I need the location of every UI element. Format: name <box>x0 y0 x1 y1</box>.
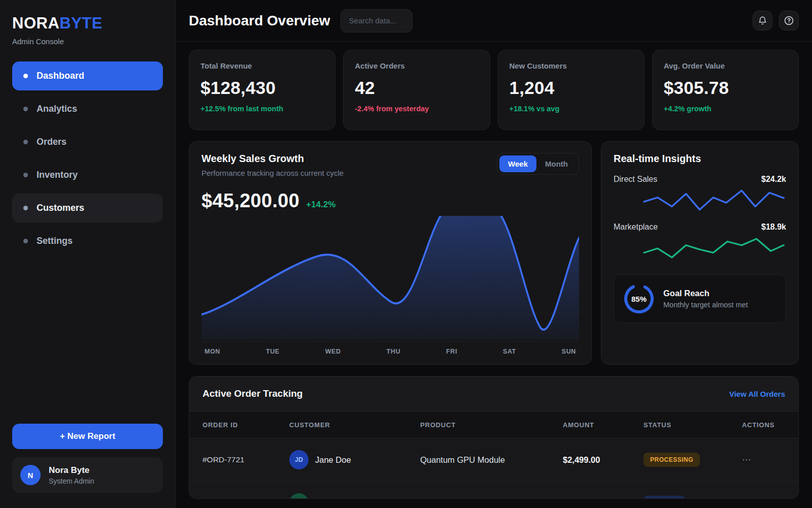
order-amount: $2,499.00 <box>563 455 644 465</box>
chart-delta: +14.2% <box>306 200 335 210</box>
stat-value: 42 <box>355 78 478 98</box>
status-cell: SHIPPED <box>644 496 742 499</box>
user-profile-card[interactable]: N Nora Byte System Admin <box>12 457 163 493</box>
chart-title: Weekly Sales Growth <box>201 153 344 165</box>
avatar: N <box>20 465 41 485</box>
sidebar-item-analytics[interactable]: Analytics <box>12 94 163 123</box>
brand-logo: NORABYTE <box>12 14 163 33</box>
avatar: JD <box>289 450 309 469</box>
sparkline-direct-sales <box>644 189 786 212</box>
sidebar-item-settings[interactable]: Settings <box>12 227 163 256</box>
bell-icon <box>758 16 767 25</box>
sidebar-item-customers[interactable]: Customers <box>12 194 163 223</box>
nav-dot-icon <box>23 206 28 210</box>
col-actions: ACTIONS <box>742 421 785 429</box>
stat-label: Active Orders <box>355 61 478 70</box>
stats-row: Total Revenue $128,430 +12.5% from last … <box>189 50 799 130</box>
help-button[interactable] <box>779 11 799 30</box>
avatar: MS <box>289 493 309 499</box>
user-name: Nora Byte <box>49 465 94 475</box>
nav-dot-icon <box>23 173 28 177</box>
brand-name-primary: NORA <box>12 14 59 32</box>
sidebar-item-dashboard[interactable]: Dashboard <box>12 61 163 90</box>
main-area: Dashboard Overview <box>176 0 812 508</box>
new-report-button[interactable]: + New Report <box>12 424 163 449</box>
nav-dot-icon <box>23 239 28 243</box>
goal-subtitle: Monthly target almost met <box>663 301 748 309</box>
customer-cell: MS Michael Smith <box>289 493 420 499</box>
order-id: #ORD-7722 <box>202 498 289 499</box>
status-cell: PROCESSING <box>644 453 742 467</box>
col-order-id: ORDER ID <box>202 421 289 429</box>
view-all-orders-link[interactable]: View All Orders <box>729 390 785 398</box>
stat-delta: -2.4% from yesterday <box>355 105 478 113</box>
realtime-insights-card: Real-time Insights Direct Sales $24.2k <box>601 141 799 365</box>
x-tick: THU <box>387 348 401 355</box>
stat-value: 1,204 <box>510 78 633 98</box>
table-title: Active Order Tracking <box>202 388 302 399</box>
progress-percent: 85% <box>623 282 655 315</box>
sidebar-item-label: Settings <box>37 236 73 246</box>
sidebar-item-label: Customers <box>37 203 84 213</box>
x-tick: FRI <box>446 348 457 355</box>
stat-card-avg-order-value: Avg. Order Value $305.78 +4.2% growth <box>652 50 799 130</box>
user-profile-text: Nora Byte System Admin <box>49 465 94 485</box>
notifications-button[interactable] <box>753 11 772 30</box>
stat-value: $305.78 <box>664 78 787 98</box>
chart-main-value: $45,200.00 <box>201 190 299 212</box>
sidebar-item-label: Analytics <box>37 104 77 114</box>
x-axis-labels: MON TUE WED THU FRI SAT SUN <box>201 341 579 355</box>
stat-value: $128,430 <box>200 78 324 98</box>
x-tick: TUE <box>266 348 280 355</box>
help-icon <box>784 15 794 26</box>
stat-card-total-revenue: Total Revenue $128,430 +12.5% from last … <box>189 50 335 130</box>
header-actions <box>753 11 799 30</box>
metric-marketplace: Marketplace $18.9k <box>614 223 786 260</box>
goal-text: Goal Reach Monthly target almost met <box>663 289 748 309</box>
col-product: PRODUCT <box>420 421 563 429</box>
chart-header-text: Weekly Sales Growth Performance tracking… <box>201 153 344 177</box>
table-row[interactable]: #ORD-7722 MS Michael Smith Neural Hub Co… <box>189 482 798 499</box>
top-header: Dashboard Overview <box>176 0 812 42</box>
metric-label: Marketplace <box>614 223 658 232</box>
sidebar-item-inventory[interactable]: Inventory <box>12 161 163 189</box>
order-amount: $1,299.00 <box>563 498 644 499</box>
table-row[interactable]: #ORD-7721 JD Jane Doe Quantum GPU Module… <box>189 438 798 482</box>
goal-reach-card: 85% Goal Reach Monthly target almost met <box>614 274 786 323</box>
col-customer: CUSTOMER <box>289 421 420 429</box>
nav-dot-icon <box>23 140 28 144</box>
goal-title: Goal Reach <box>663 289 748 298</box>
metric-label: Direct Sales <box>614 175 657 184</box>
nav-dot-icon <box>23 107 28 111</box>
stat-label: Total Revenue <box>200 61 324 70</box>
customer-cell: JD Jane Doe <box>289 450 420 469</box>
toggle-week[interactable]: Week <box>499 155 536 172</box>
x-tick: MON <box>205 348 220 355</box>
stat-delta: +4.2% growth <box>664 105 787 113</box>
toggle-month[interactable]: Month <box>536 155 577 172</box>
search-input[interactable] <box>341 9 413 33</box>
middle-row: Weekly Sales Growth Performance tracking… <box>189 141 799 365</box>
sparkline-blue <box>644 190 784 210</box>
progress-ring: 85% <box>623 282 655 315</box>
content-area: Total Revenue $128,430 +12.5% from last … <box>176 42 812 499</box>
chart-subtitle: Performance tracking across current cycl… <box>201 169 344 177</box>
sparkline-marketplace <box>644 237 786 260</box>
active-orders-card: Active Order Tracking View All Orders OR… <box>189 376 799 499</box>
product-name: Neural Hub Core <box>420 498 563 499</box>
sidebar-item-orders[interactable]: Orders <box>12 128 163 156</box>
stat-delta: +18.1% vs avg <box>510 105 633 113</box>
row-actions-button[interactable]: ⋯ <box>742 454 785 465</box>
sidebar: NORABYTE Admin Console Dashboard Analyti… <box>0 0 176 508</box>
table-column-headers: ORDER ID CUSTOMER PRODUCT AMOUNT STATUS … <box>189 411 798 438</box>
row-actions-button[interactable]: ⋯ <box>742 497 785 499</box>
stat-card-new-customers: New Customers 1,204 +18.1% vs avg <box>498 50 645 130</box>
col-amount: AMOUNT <box>563 421 644 429</box>
period-toggle: Week Month <box>497 153 579 175</box>
status-badge: PROCESSING <box>644 453 700 467</box>
x-tick: SUN <box>562 348 576 355</box>
weekly-sales-card: Weekly Sales Growth Performance tracking… <box>189 141 592 365</box>
app-window: NORABYTE Admin Console Dashboard Analyti… <box>0 0 812 508</box>
search-box <box>341 9 413 33</box>
user-role: System Admin <box>49 477 94 485</box>
